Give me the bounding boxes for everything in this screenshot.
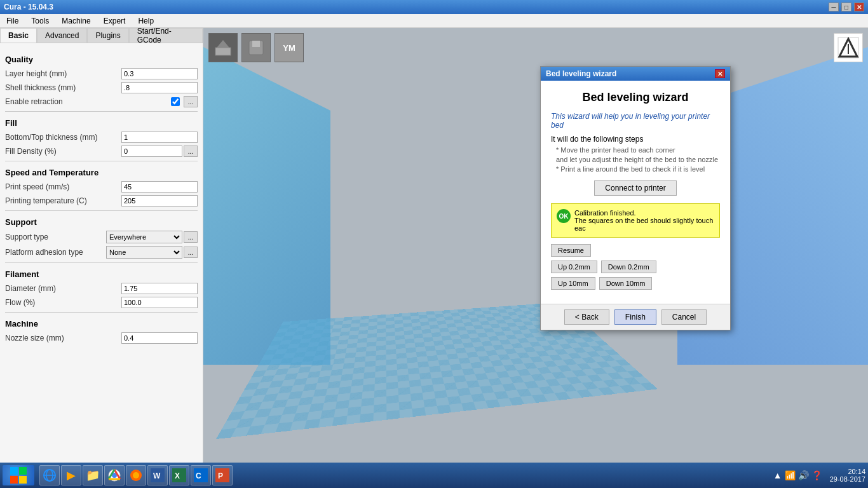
toolbar: YM [208,33,304,62]
enable-retraction-label: Enable retraction [5,97,171,106]
help-icon[interactable]: ❓ [811,470,822,480]
down-02mm-button[interactable]: Down 0.2mm [601,261,656,273]
dialog-title: Bed leveling wizard [546,69,616,78]
support-type-select[interactable]: Everywhere Touching buildplate None [106,231,182,243]
up-10mm-button[interactable]: Up 10mm [551,277,595,290]
svg-text:X: X [175,471,180,480]
cura-logo-icon [837,36,860,59]
flow-row: Flow (%) [5,297,198,308]
cyberduck-icon: C [194,468,208,482]
ok-badge: OK [557,209,571,223]
support-section-title: Support [5,217,198,227]
left-panel: Basic Advanced Plugins Start/End-GCode Q… [0,28,203,463]
print-temp-row: Printing temperature (C) [5,195,198,207]
dialog-close-button[interactable]: ✕ [715,69,725,78]
bottom-top-thickness-label: Bottom/Top thickness (mm) [5,133,121,142]
tray-network-icon[interactable]: 📶 [785,470,796,480]
enable-retraction-row: Enable retraction ... [5,96,198,107]
excel-icon: X [172,468,186,482]
print-temp-label: Printing temperature (C) [5,196,121,205]
firefox-icon [129,468,143,482]
titlebar: Cura - 15.04.3 ─ □ ✕ [0,0,868,14]
tab-start-end-gcode[interactable]: Start/End-GCode [129,28,203,43]
flow-label: Flow (%) [5,298,121,307]
taskbar-chrome-icon[interactable] [104,465,125,485]
connect-to-printer-button[interactable]: Connect to printer [594,180,676,196]
close-button[interactable]: ✕ [854,3,864,11]
taskbar-excel-icon[interactable]: X [169,465,189,485]
finish-button[interactable]: Finish [614,309,656,325]
menu-expert[interactable]: Expert [97,15,132,27]
nozzle-size-input[interactable] [121,332,198,344]
down-10mm-button[interactable]: Down 10mm [599,277,653,290]
toolbar-btn-2[interactable] [241,33,271,62]
print-speed-label: Print speed (mm/s) [5,182,121,191]
dialog-footer: < Back Finish Cancel [541,304,730,330]
menu-tools[interactable]: Tools [25,15,55,27]
quality-section-title: Quality [5,55,198,64]
tab-plugins[interactable]: Plugins [87,28,128,43]
flow-input[interactable] [121,297,198,308]
maximize-button[interactable]: □ [841,3,851,11]
speed-section-title: Speed and Temperature [5,168,198,177]
svg-rect-3 [252,41,260,47]
chrome-icon [107,468,121,482]
platform-adhesion-dots-button[interactable]: ... [184,247,198,258]
taskbar-word-icon[interactable]: W [147,465,168,485]
tray-arrow-icon[interactable]: ▲ [773,470,782,480]
print-speed-input[interactable] [121,181,198,193]
minimize-button[interactable]: ─ [829,3,839,11]
dialog-titlebar: Bed leveling wizard ✕ [541,67,730,81]
fill-density-input[interactable] [121,146,182,157]
load-model-icon [214,39,232,57]
taskbar-firefox-icon[interactable] [126,465,146,485]
date-display: 29-08-2017 [830,475,865,483]
filament-section-title: Filament [5,269,198,279]
tab-advanced[interactable]: Advanced [37,28,87,43]
start-button[interactable] [3,465,34,485]
diameter-input[interactable] [121,283,198,294]
retraction-dots-button[interactable]: ... [184,96,198,107]
diameter-label: Diameter (mm) [5,284,121,293]
tab-basic[interactable]: Basic [0,28,37,43]
calibration-status: Calibration finished. [574,209,714,217]
fill-section-title: Fill [5,118,198,128]
diameter-row: Diameter (mm) [5,283,198,294]
menu-help[interactable]: Help [132,15,160,27]
taskbar-folder-icon[interactable]: 📁 [83,465,103,485]
taskbar-cyberduck-icon[interactable]: C [191,465,211,485]
toolbar-btn-1[interactable] [208,33,238,62]
dialog-steps-header: It will do the following steps [551,135,720,144]
menu-file[interactable]: File [0,15,25,27]
toolbar-btn-ym[interactable]: YM [275,33,304,62]
fill-density-controls: ... [121,146,198,157]
resume-button[interactable]: Resume [551,244,591,257]
bottom-top-thickness-row: Bottom/Top thickness (mm) [5,132,198,143]
powerpoint-icon: P [215,468,229,482]
up-02mm-button[interactable]: Up 0.2mm [551,261,597,273]
taskbar-powerpoint-icon[interactable]: P [212,465,233,485]
main-layout: Basic Advanced Plugins Start/End-GCode Q… [0,28,868,463]
speed-divider [5,161,198,161]
save-model-icon [247,39,265,57]
taskbar-ie-icon[interactable] [39,465,60,485]
platform-adhesion-select[interactable]: None Brim Raft [106,246,182,259]
menu-machine[interactable]: Machine [55,15,97,27]
retraction-checkbox[interactable] [171,97,180,106]
shell-thickness-row: Shell thickness (mm) [5,82,198,93]
taskbar-right: ▲ 📶 🔊 ❓ 20:14 29-08-2017 [770,468,865,483]
taskbar-clock: 20:14 29-08-2017 [830,468,865,483]
print-temp-input[interactable] [121,195,198,207]
fill-density-dots-button[interactable]: ... [184,146,198,157]
machine-section-title: Machine [5,319,198,329]
back-button[interactable]: < Back [564,309,609,325]
shell-thickness-input[interactable] [121,82,198,93]
support-type-dots-button[interactable]: ... [184,231,198,243]
cancel-button[interactable]: Cancel [661,309,707,325]
dialog-step-1: * Move the printer head to each corner [551,146,720,154]
tray-volume-icon[interactable]: 🔊 [798,470,809,480]
dialog-content: Bed leveling wizard This wizard will hel… [541,81,730,304]
layer-height-input[interactable] [121,68,198,79]
bottom-top-thickness-input[interactable] [121,132,198,143]
taskbar-media-icon[interactable]: ▶ [61,465,81,485]
